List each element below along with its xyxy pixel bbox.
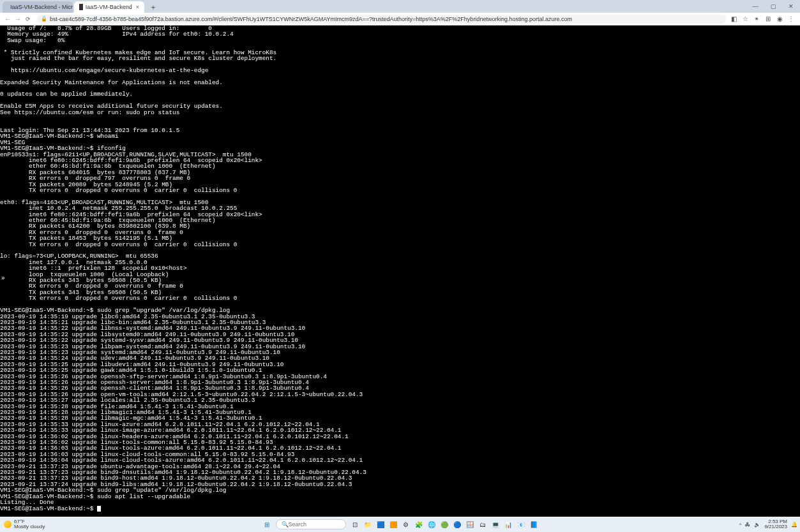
menu-dots-icon[interactable]: ⋮ [787,15,795,22]
apps-icon[interactable]: ⊞ [764,15,772,22]
tab-inactive[interactable]: IaaS-VM-Backend - Microsoft A × [3,1,73,13]
taskbar-app-icon[interactable]: 📘 [529,519,539,529]
terminal-favicon-icon [79,4,83,10]
tray-overflow-icon[interactable]: ^ [739,522,742,528]
taskbar-app-icon[interactable]: 💻 [490,519,501,529]
tab-active[interactable]: IaaS-VM-Backend × [74,1,144,13]
search-icon: 🔍 [282,521,289,528]
taskbar-app-icon[interactable]: ⚙ [401,519,411,529]
share-icon[interactable]: ◧ [730,15,737,22]
clock[interactable]: 2:53 PM 9/21/2023 [764,519,787,529]
extensions-icon[interactable]: ✴ [753,15,760,22]
bookmark-star-icon[interactable]: ☆ [741,15,749,22]
window-close-button[interactable]: ✕ [782,0,800,13]
taskbar-app-icon[interactable]: 🌐 [426,519,437,529]
taskbar-app-icon[interactable]: 🪟 [465,519,475,529]
taskbar-app-icon[interactable]: 🟢 [439,519,449,529]
tab-title: IaaS-VM-Backend - Microsoft A [10,4,73,10]
weather-widget[interactable]: 67°F Mostly cloudy [0,519,45,529]
expand-handle-icon[interactable]: » [1,274,5,281]
window-minimize-button[interactable]: — [746,0,764,13]
date-text: 9/21/2023 [764,524,787,529]
taskbar-app-icon[interactable]: 🔵 [452,519,462,529]
lock-icon: 🔒 [41,16,47,22]
system-tray: ^ 🖧 🔈 2:53 PM 9/21/2023 🔔 [739,519,797,529]
windows-taskbar: 67°F Mostly cloudy ⊞ 🔍 ⊡📁🟦🟧⚙🧩🌐🟢🔵🪟🗂💻📊📧📘 ^… [0,517,800,532]
new-tab-button[interactable]: + [148,3,158,13]
taskbar-center: ⊞ 🔍 ⊡📁🟦🟧⚙🧩🌐🟢🔵🪟🗂💻📊📧📘 [262,519,539,529]
browser-addressbar: ← → ⟳ 🔒 bst-cae4c589-7cdf-4356-b785-bea4… [0,13,800,26]
notifications-icon[interactable]: 🔔 [791,522,797,528]
url-text: bst-cae4c589-7cdf-4356-b785-bea45f90f72a… [50,16,722,22]
search-input[interactable] [289,521,333,528]
taskbar-app-icon[interactable]: 🧩 [414,519,424,529]
profile-avatar-icon[interactable]: ◉ [776,15,783,22]
network-icon[interactable]: 🖧 [745,522,750,528]
taskbar-app-icon[interactable]: 🗂 [478,519,488,529]
bastion-terminal[interactable]: » Usage of /: 8.7% of 28.89GB Users logg… [0,26,800,517]
taskbar-app-icon[interactable]: 📊 [503,519,513,529]
reload-button[interactable]: ⟳ [23,16,33,22]
forward-button[interactable]: → [13,16,23,22]
taskbar-app-icon[interactable]: ⊡ [350,519,360,529]
volume-icon[interactable]: 🔈 [754,522,760,528]
omnibox[interactable]: 🔒 bst-cae4c589-7cdf-4356-b785-bea45f90f7… [37,15,726,24]
taskbar-app-icon[interactable]: 📁 [363,519,373,529]
terminal-cursor [97,506,101,512]
browser-tabstrip: IaaS-VM-Backend - Microsoft A × IaaS-VM-… [0,0,800,13]
window-maximize-button[interactable]: ▢ [764,0,782,13]
taskbar-app-icon[interactable]: 🟧 [388,519,398,529]
weather-desc: Mostly cloudy [14,524,45,529]
close-icon[interactable]: × [136,4,139,10]
back-button[interactable]: ← [3,16,13,22]
weather-icon [4,521,11,528]
taskbar-app-icon[interactable]: 🟦 [375,519,386,529]
tab-title: IaaS-VM-Backend [86,4,132,10]
start-button[interactable]: ⊞ [262,519,272,529]
terminal-output: Usage of /: 8.7% of 28.89GB Users logged… [0,26,800,512]
taskbar-search[interactable]: 🔍 [276,519,346,529]
taskbar-app-icon[interactable]: 📧 [516,519,526,529]
